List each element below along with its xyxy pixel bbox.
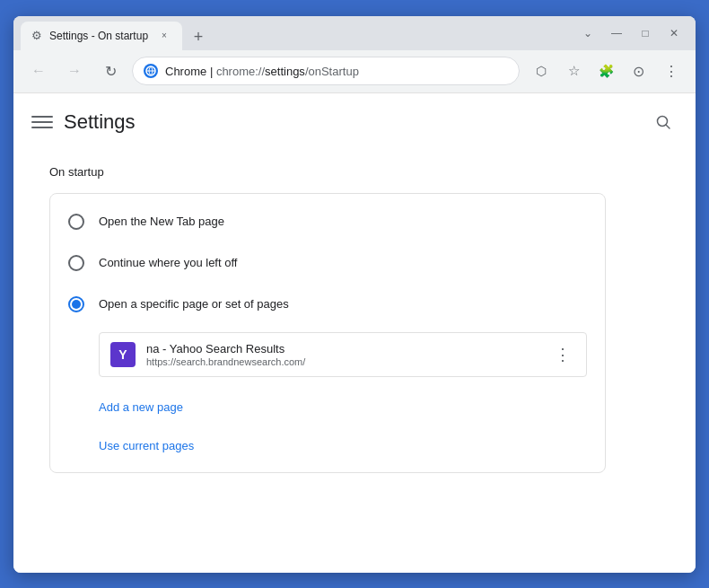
- close-button[interactable]: ✕: [667, 27, 681, 39]
- option-specific-page[interactable]: Open a specific page or set of pages: [50, 284, 605, 325]
- radio-continue-icon: [68, 255, 84, 271]
- cast-icon[interactable]: ⬡: [527, 57, 556, 85]
- option-new-tab[interactable]: Open the New Tab page: [50, 201, 605, 242]
- nav-actions: ⬡ ☆ 🧩 ⊙ ⋮: [527, 57, 685, 85]
- browser-tab[interactable]: ⚙ Settings - On startup ×: [21, 22, 182, 50]
- startup-options-card: Open the New Tab page Continue where you…: [49, 193, 606, 473]
- section-label: On startup: [49, 165, 660, 179]
- new-tab-button[interactable]: +: [186, 25, 211, 50]
- page-entries: Y na - Yahoo Search Results https://sear…: [50, 325, 605, 388]
- forward-button[interactable]: →: [60, 57, 89, 85]
- extensions-icon[interactable]: 🧩: [591, 57, 620, 85]
- title-bar: ⚙ Settings - On startup × + ⌄ — □ ✕: [13, 16, 696, 50]
- maximize-button[interactable]: □: [638, 27, 652, 39]
- tab-area: ⚙ Settings - On startup × +: [21, 16, 581, 50]
- more-menu-icon[interactable]: ⋮: [656, 57, 685, 85]
- address-path: settings: [265, 65, 305, 78]
- bookmark-icon[interactable]: ☆: [559, 57, 588, 85]
- radio-new-tab-icon: [68, 214, 84, 230]
- hamburger-menu-icon[interactable]: [31, 111, 53, 133]
- use-current-pages-row: Use current pages: [50, 426, 605, 465]
- page-title: Settings: [64, 110, 136, 134]
- address-prefix: Chrome: [165, 65, 206, 78]
- option-continue[interactable]: Continue where you left off: [50, 242, 605, 284]
- add-new-page-row: Add a new page: [50, 388, 605, 426]
- window-controls: ⌄ — □ ✕: [581, 27, 688, 39]
- option-new-tab-label: Open the New Tab page: [99, 215, 224, 228]
- page-entry-info: na - Yahoo Search Results https://search…: [146, 342, 539, 367]
- radio-specific-icon: [68, 296, 84, 312]
- minimize-button[interactable]: —: [609, 27, 624, 39]
- address-bar[interactable]: Chrome | chrome://settings/onStartup: [132, 57, 520, 85]
- page-content: Settings On startup Open the New Tab pag…: [13, 93, 696, 573]
- address-suffix: /onStartup: [305, 65, 359, 78]
- search-settings-button[interactable]: [649, 108, 678, 136]
- add-new-page-link[interactable]: Add a new page: [99, 391, 183, 423]
- navigation-bar: ← → ↻ Chrome | chrome://settings/onStart…: [13, 50, 696, 93]
- tab-favicon-icon: ⚙: [31, 29, 42, 42]
- refresh-button[interactable]: ↻: [96, 57, 125, 85]
- option-specific-label: Open a specific page or set of pages: [99, 297, 289, 311]
- address-scheme: chrome://: [216, 65, 265, 78]
- page-entry-url: https://search.brandnewsearch.com/: [146, 356, 539, 367]
- profile-icon[interactable]: ⊙: [624, 57, 652, 85]
- svg-line-3: [666, 125, 670, 128]
- page-entry-favicon: Y: [110, 342, 136, 367]
- page-entry-name: na - Yahoo Search Results: [146, 342, 539, 355]
- use-current-pages-link[interactable]: Use current pages: [99, 430, 194, 461]
- startup-page-entry: Y na - Yahoo Search Results https://sear…: [99, 332, 587, 377]
- settings-header: Settings: [13, 93, 696, 151]
- settings-body: On startup Open the New Tab page Continu…: [13, 151, 696, 573]
- tab-title: Settings - On startup: [49, 30, 150, 42]
- chevron-down-icon[interactable]: ⌄: [581, 27, 595, 39]
- tab-close-button[interactable]: ×: [157, 29, 171, 43]
- back-button[interactable]: ←: [24, 57, 53, 85]
- address-favicon-icon: [144, 64, 158, 78]
- address-separator: |: [210, 65, 216, 78]
- address-text: Chrome | chrome://settings/onStartup: [165, 65, 508, 78]
- page-entry-menu-button[interactable]: ⋮: [550, 342, 575, 367]
- option-continue-label: Continue where you left off: [99, 256, 237, 269]
